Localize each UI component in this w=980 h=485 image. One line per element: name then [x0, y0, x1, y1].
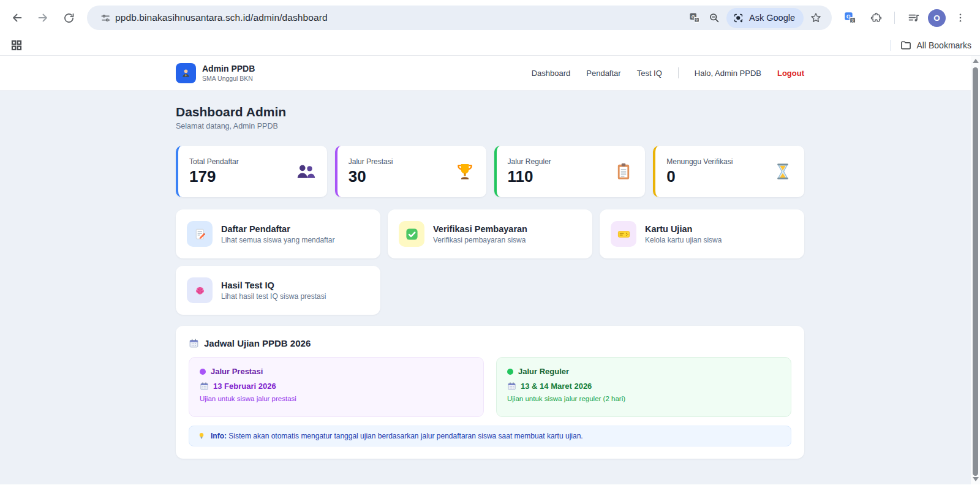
svg-text:文: 文: [695, 18, 699, 22]
site-settings-button[interactable]: [96, 8, 115, 28]
action-icon-box: [399, 221, 424, 247]
nav-pendaftar[interactable]: Pendaftar: [586, 69, 620, 78]
svg-text:文: 文: [851, 18, 855, 23]
page-title: Dashboard Admin: [176, 105, 804, 119]
apps-grid-button[interactable]: [7, 37, 26, 53]
reload-button[interactable]: [58, 7, 80, 29]
scrollbar-thumb[interactable]: [973, 67, 978, 476]
ask-google-button[interactable]: Ask Google: [726, 8, 804, 28]
stat-label: Jalur Reguler: [508, 157, 551, 166]
memo-icon: [193, 227, 207, 241]
zoom-out-button[interactable]: [704, 8, 724, 28]
action-desc: Lihat hasil test IQ siswa prestasi: [221, 292, 326, 301]
action-daftar-pendaftar[interactable]: Daftar Pendaftar Lihat semua siswa yang …: [176, 209, 380, 258]
stats-row: Total Pendaftar 179 Jalur Prestasi 30 Ja…: [176, 146, 804, 197]
profile-avatar[interactable]: O: [928, 9, 946, 27]
playlist-button[interactable]: [902, 7, 924, 29]
calendar-icon: [507, 382, 516, 391]
translate-extension-button[interactable]: G文: [839, 7, 861, 29]
clipboard-icon: [613, 161, 634, 182]
action-desc: Kelola kartu ujian siswa: [645, 236, 722, 244]
toolbar-separator: [894, 12, 895, 24]
all-bookmarks-button[interactable]: All Bookmarks: [900, 39, 971, 51]
lens-icon: [733, 12, 744, 24]
logout-button[interactable]: Logout: [777, 69, 804, 78]
stat-label: Menunggu Verifikasi: [666, 157, 733, 166]
bookmark-star-icon: [810, 12, 822, 24]
track-name: Jalur Prestasi: [211, 367, 263, 376]
site-header: Admin PPDB SMA Unggul BKN Dashboard Pend…: [0, 56, 980, 91]
brand-logo: [176, 63, 196, 83]
nav-dashboard[interactable]: Dashboard: [532, 69, 571, 78]
page-viewport: Admin PPDB SMA Unggul BKN Dashboard Pend…: [0, 56, 980, 484]
info-text: Sistem akan otomatis mengatur tanggal uj…: [228, 432, 582, 440]
track-jalur-prestasi: Jalur Prestasi 13 Februari 2026 Ujian un…: [189, 357, 484, 417]
stat-label: Jalur Prestasi: [349, 157, 393, 166]
brain-icon: [193, 284, 207, 298]
translate-extension-icon: G文: [843, 11, 857, 24]
back-button[interactable]: [6, 7, 28, 29]
office-worker-icon: [180, 67, 192, 79]
kebab-menu-icon: [955, 12, 966, 23]
bulb-icon: [197, 432, 206, 440]
schedule-heading: Jadwal Ujian PPDB 2026: [189, 338, 791, 348]
extensions-button[interactable]: [865, 7, 887, 29]
stat-label: Total Pendaftar: [189, 157, 239, 166]
track-name: Jalur Reguler: [518, 367, 569, 376]
browser-toolbar: ppdb.binakasihnusantara.sch.id/admin/das…: [0, 0, 980, 36]
nav-test-iq[interactable]: Test IQ: [637, 69, 662, 78]
translate-page-button[interactable]: G文: [685, 8, 704, 28]
bookmarks-bar: All Bookmarks: [0, 36, 980, 56]
translate-page-icon: G文: [688, 12, 701, 24]
people-icon: [295, 161, 316, 182]
bookmarks-separator: [891, 40, 891, 51]
action-cards: Daftar Pendaftar Lihat semua siswa yang …: [176, 209, 804, 315]
action-icon-box: [187, 221, 213, 247]
site-settings-icon: [100, 12, 111, 24]
brand-title: Admin PPDB: [202, 64, 255, 75]
action-desc: Verifikasi pembayaran siswa: [433, 236, 527, 244]
action-title: Daftar Pendaftar: [221, 224, 334, 234]
scrollbar-up-arrow[interactable]: [973, 59, 979, 63]
action-hasil-test-iq[interactable]: Hasil Test IQ Lihat hasil test IQ siswa …: [176, 266, 380, 315]
page-subtitle: Selamat datang, Admin PPDB: [176, 122, 804, 130]
folder-icon: [900, 39, 912, 51]
forward-button[interactable]: [32, 7, 54, 29]
bookmark-star-button[interactable]: [806, 8, 826, 28]
stat-total-pendaftar: Total Pendaftar 179: [176, 146, 327, 197]
trophy-icon: [454, 161, 475, 182]
back-icon: [10, 11, 24, 24]
stat-value: 30: [349, 168, 393, 186]
main-nav: Dashboard Pendaftar Test IQ Halo, Admin …: [532, 67, 804, 78]
calendar-icon: [200, 382, 209, 391]
track-date: 13 Februari 2026: [213, 382, 276, 391]
track-desc: Ujian untuk siswa jalur prestasi: [200, 395, 473, 402]
info-label: Info:: [211, 432, 228, 440]
track-date: 13 & 14 Maret 2026: [521, 382, 592, 391]
schedule-tracks: Jalur Prestasi 13 Februari 2026 Ujian un…: [189, 357, 791, 417]
track-jalur-reguler: Jalur Reguler 13 & 14 Maret 2026 Ujian u…: [496, 357, 791, 417]
stat-jalur-prestasi: Jalur Prestasi 30: [335, 146, 486, 197]
url-text[interactable]: ppdb.binakasihnusantara.sch.id/admin/das…: [115, 12, 685, 23]
all-bookmarks-label: All Bookmarks: [917, 40, 971, 50]
schedule-card: Jadwal Ujian PPDB 2026 Jalur Prestasi 13…: [176, 326, 804, 459]
calendar-icon: [189, 338, 199, 348]
action-title: Hasil Test IQ: [221, 280, 326, 290]
zoom-out-icon: [708, 12, 720, 24]
url-bar[interactable]: ppdb.binakasihnusantara.sch.id/admin/das…: [87, 6, 832, 30]
hourglass-icon: [772, 161, 793, 182]
apps-grid-icon: [11, 40, 22, 51]
stat-menunggu-verifikasi: Menunggu Verifikasi 0: [653, 146, 804, 197]
page-scrollbar[interactable]: [971, 56, 980, 484]
playlist-icon: [907, 12, 920, 24]
action-kartu-ujian[interactable]: Kartu Ujian Kelola kartu ujian siswa: [600, 209, 804, 258]
reload-icon: [62, 12, 75, 24]
stat-value: 179: [189, 168, 239, 186]
schedule-heading-label: Jadwal Ujian PPDB 2026: [204, 338, 311, 348]
extensions-icon: [870, 12, 883, 24]
scrollbar-down-arrow[interactable]: [973, 477, 979, 481]
browser-menu-button[interactable]: [949, 7, 971, 29]
action-verifikasi-pembayaran[interactable]: Verifikasi Pembayaran Verifikasi pembaya…: [388, 209, 592, 258]
user-greeting: Halo, Admin PPDB: [695, 69, 761, 78]
info-bar: Info: Sistem akan otomatis mengatur tang…: [189, 426, 791, 446]
